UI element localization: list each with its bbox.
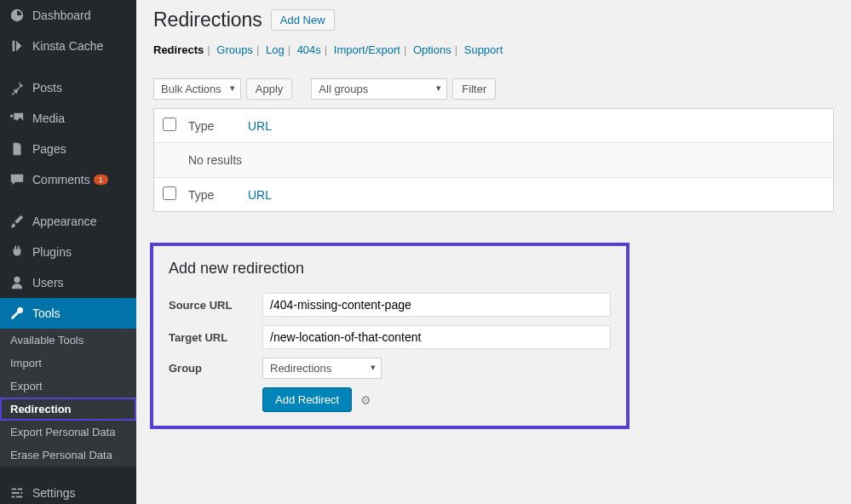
col-type: Type bbox=[188, 119, 248, 133]
comments-icon bbox=[9, 171, 26, 188]
apply-button[interactable]: Apply bbox=[246, 78, 293, 100]
sidebar-label: Settings bbox=[32, 486, 76, 500]
sidebar-label: Dashboard bbox=[32, 9, 91, 22]
subitem-import[interactable]: Import bbox=[0, 352, 136, 375]
sidebar-item-plugins[interactable]: Plugins bbox=[0, 237, 136, 267]
plug-icon bbox=[9, 243, 26, 261]
sidebar-label: Posts bbox=[32, 81, 62, 94]
filter-button[interactable]: Filter bbox=[452, 78, 496, 100]
sidebar-item-users[interactable]: Users bbox=[0, 267, 136, 298]
add-redirection-form: Add new redirection Source URL Target UR… bbox=[153, 246, 626, 426]
source-url-label: Source URL bbox=[169, 299, 262, 312]
sidebar-label: Appearance bbox=[32, 215, 97, 228]
sidebar-item-comments[interactable]: Comments 1 bbox=[0, 164, 136, 195]
tab-404s[interactable]: 404s bbox=[297, 43, 321, 56]
subitem-erase-personal[interactable]: Erase Personal Data bbox=[0, 444, 136, 467]
gear-icon[interactable]: ⚙ bbox=[360, 393, 371, 407]
sidebar-label: Users bbox=[32, 276, 64, 289]
table-footer: Type URL bbox=[154, 177, 833, 211]
tab-support[interactable]: Support bbox=[464, 43, 503, 56]
target-url-label: Target URL bbox=[169, 331, 262, 344]
subitem-available-tools[interactable]: Available Tools bbox=[0, 329, 136, 352]
sidebar-item-tools[interactable]: Tools bbox=[0, 298, 136, 329]
subitem-export[interactable]: Export bbox=[0, 375, 136, 398]
main-content: Redirections Add New Redirects| Groups| … bbox=[136, 0, 851, 504]
sidebar-item-appearance[interactable]: Appearance bbox=[0, 206, 136, 237]
table-body: No results bbox=[154, 143, 833, 177]
col-type: Type bbox=[188, 188, 248, 202]
tab-groups[interactable]: Groups bbox=[216, 43, 253, 56]
no-results-text: No results bbox=[188, 153, 242, 167]
tools-submenu: Available Tools Import Export Redirectio… bbox=[0, 329, 136, 467]
form-title: Add new redirection bbox=[169, 260, 611, 278]
sidebar-label: Plugins bbox=[32, 245, 72, 259]
col-url[interactable]: URL bbox=[248, 188, 272, 202]
col-url[interactable]: URL bbox=[248, 119, 272, 133]
wrench-icon bbox=[9, 305, 26, 322]
sidebar-item-pages[interactable]: Pages bbox=[0, 134, 136, 164]
tab-redirects[interactable]: Redirects bbox=[153, 43, 204, 56]
pages-icon bbox=[9, 140, 26, 158]
settings-icon bbox=[9, 484, 26, 501]
add-redirect-button[interactable]: Add Redirect bbox=[262, 387, 352, 412]
page-header: Redirections Add New bbox=[153, 9, 834, 32]
bulk-actions-select[interactable]: Bulk Actions bbox=[153, 78, 241, 100]
sidebar-label: Media bbox=[32, 112, 65, 125]
tab-import-export[interactable]: Import/Export bbox=[334, 43, 400, 56]
sidebar-item-settings[interactable]: Settings bbox=[0, 478, 136, 504]
sidebar-item-dashboard[interactable]: Dashboard bbox=[0, 0, 136, 31]
add-new-button[interactable]: Add New bbox=[271, 9, 335, 31]
admin-sidebar: Dashboard Kinsta Cache Posts Media Pages… bbox=[0, 0, 136, 504]
select-all-checkbox[interactable] bbox=[163, 117, 176, 131]
sidebar-label: Pages bbox=[32, 142, 66, 156]
group-label: Group bbox=[169, 362, 262, 375]
source-url-input[interactable] bbox=[262, 293, 611, 317]
subitem-redirection[interactable]: Redirection bbox=[0, 398, 136, 421]
sub-tabs: Redirects| Groups| Log| 404s| Import/Exp… bbox=[153, 43, 834, 56]
sidebar-label: Kinsta Cache bbox=[32, 39, 103, 53]
redirects-table: Type URL No results Type URL bbox=[153, 108, 834, 212]
sidebar-item-media[interactable]: Media bbox=[0, 103, 136, 134]
tab-options[interactable]: Options bbox=[413, 43, 451, 56]
sidebar-label: Tools bbox=[32, 306, 60, 320]
select-all-checkbox-bottom[interactable] bbox=[163, 186, 176, 200]
table-header: Type URL bbox=[154, 109, 833, 143]
media-icon bbox=[9, 110, 26, 127]
pin-icon bbox=[9, 79, 26, 96]
groups-select[interactable]: All groups bbox=[311, 78, 447, 100]
tab-log[interactable]: Log bbox=[266, 43, 285, 56]
page-title: Redirections bbox=[153, 9, 262, 32]
target-url-input[interactable] bbox=[262, 325, 611, 349]
kinsta-icon bbox=[9, 37, 26, 54]
filter-row: Bulk Actions Apply All groups Filter bbox=[153, 78, 834, 100]
user-icon bbox=[9, 274, 26, 291]
sidebar-item-kinsta[interactable]: Kinsta Cache bbox=[0, 31, 136, 61]
subitem-export-personal[interactable]: Export Personal Data bbox=[0, 421, 136, 444]
sidebar-item-posts[interactable]: Posts bbox=[0, 72, 136, 103]
sidebar-label: Comments bbox=[32, 173, 90, 186]
dashboard-icon bbox=[9, 7, 26, 24]
group-select[interactable]: Redirections bbox=[262, 358, 382, 379]
brush-icon bbox=[9, 213, 26, 230]
comments-badge: 1 bbox=[94, 175, 108, 185]
